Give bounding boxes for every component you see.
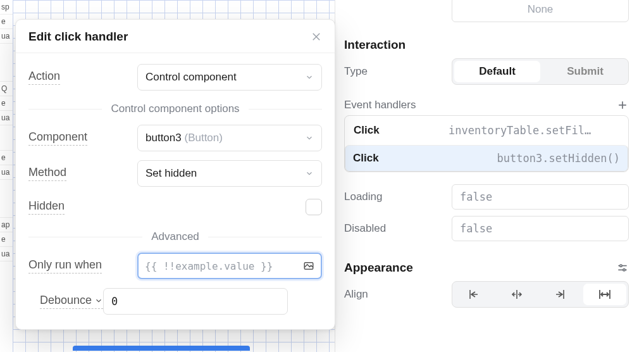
method-select[interactable]: Set hidden xyxy=(137,160,322,187)
chevron-down-icon xyxy=(94,296,103,305)
component-value: button3 xyxy=(146,132,182,144)
component-label: Component xyxy=(28,130,87,146)
appearance-settings-icon[interactable] xyxy=(616,261,629,274)
inspector-panel: None Interaction Type Default Submit Eve… xyxy=(335,0,644,352)
section-appearance-title: Appearance xyxy=(344,261,413,275)
align-left-icon[interactable] xyxy=(452,282,495,307)
only-run-when-input[interactable]: {{ !!example.value }} xyxy=(137,253,322,279)
align-stretch-icon[interactable] xyxy=(583,284,626,305)
type-label: Type xyxy=(344,65,452,78)
only-run-when-label: Only run when xyxy=(28,258,102,273)
chevron-down-icon xyxy=(305,134,314,142)
event-handlers-list: Click inventoryTable.setFil… Click butto… xyxy=(344,115,629,172)
event-handler-row[interactable]: Click inventoryTable.setFil… xyxy=(345,116,628,145)
hidden-checkbox[interactable] xyxy=(306,199,322,215)
svg-point-5 xyxy=(623,269,625,271)
method-label: Method xyxy=(28,166,66,181)
type-option-default[interactable]: Default xyxy=(454,61,540,82)
align-control[interactable] xyxy=(452,281,629,308)
previous-field-value[interactable]: None xyxy=(452,0,629,22)
section-interaction-title: Interaction xyxy=(344,38,406,52)
component-select[interactable]: button3 (Button) xyxy=(137,125,322,151)
action-select[interactable]: Control component xyxy=(137,64,322,91)
edit-click-handler-modal: Edit click handler Action Control compon… xyxy=(15,19,335,330)
row-headers: sp e ua Q e ua e ua ap e ua xyxy=(0,0,13,352)
component-type: (Button) xyxy=(184,132,222,144)
loading-label: Loading xyxy=(344,191,452,203)
hidden-label: Hidden xyxy=(28,199,65,215)
debounce-label[interactable]: Debounce xyxy=(40,294,103,309)
event-code: button3.setHidden() xyxy=(497,152,620,165)
event-handler-row[interactable]: Click button3.setHidden() xyxy=(345,145,628,172)
event-name: Click xyxy=(353,152,448,165)
disabled-input[interactable]: false xyxy=(452,216,629,241)
chevron-down-icon xyxy=(305,73,314,82)
only-run-when-placeholder: {{ !!example.value }} xyxy=(145,260,273,272)
modal-title: Edit click handler xyxy=(28,30,128,44)
align-center-icon[interactable] xyxy=(495,282,538,307)
svg-point-3 xyxy=(620,265,622,267)
align-label: Align xyxy=(344,288,452,301)
event-name: Click xyxy=(354,124,449,137)
loading-input[interactable]: false xyxy=(452,184,629,210)
selected-component[interactable] xyxy=(73,346,250,351)
control-component-options-divider: Control component options xyxy=(28,103,322,115)
debounce-input[interactable]: 0 xyxy=(103,288,288,315)
close-icon[interactable] xyxy=(311,31,322,42)
add-handler-icon[interactable] xyxy=(616,99,629,111)
event-handlers-label: Event handlers xyxy=(344,99,416,111)
disabled-label: Disabled xyxy=(344,222,452,235)
type-segmented[interactable]: Default Submit xyxy=(452,58,629,85)
advanced-divider: Advanced xyxy=(28,230,322,243)
event-code: inventoryTable.setFil… xyxy=(449,124,591,137)
chevron-down-icon xyxy=(305,169,314,178)
method-value: Set hidden xyxy=(146,167,197,180)
action-label: Action xyxy=(28,70,60,85)
action-value: Control component xyxy=(146,71,237,84)
type-option-submit[interactable]: Submit xyxy=(542,59,628,84)
align-right-icon[interactable] xyxy=(538,282,581,307)
code-toggle-icon[interactable] xyxy=(303,260,314,272)
